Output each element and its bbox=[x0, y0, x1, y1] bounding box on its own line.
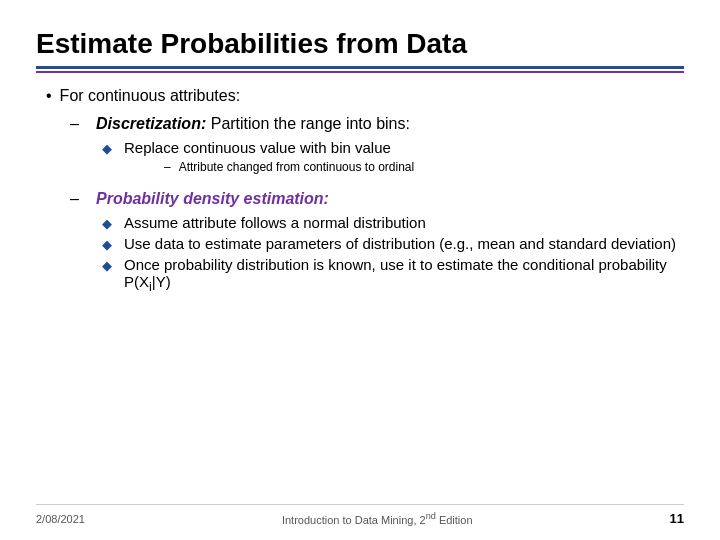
label-italic-purple: Probability density estimation: bbox=[96, 190, 329, 207]
diamond-text-2b: Use data to estimate parameters of distr… bbox=[124, 235, 676, 252]
section-dash-item: – Discretization: Partition the range in… bbox=[70, 115, 684, 133]
label-italic: Discretization: bbox=[96, 115, 206, 132]
diamond-text-1: Replace continuous value with bin value bbox=[124, 139, 391, 156]
diamond-icon-2c: ◆ bbox=[102, 258, 116, 273]
underline-purple bbox=[36, 71, 684, 73]
diamond-icon-2a: ◆ bbox=[102, 216, 116, 231]
diamond-text-2c: Once probability distribution is known, … bbox=[124, 256, 684, 294]
diamond-item-2c: ◆ Once probability distribution is known… bbox=[102, 256, 684, 294]
dash-symbol: – bbox=[70, 115, 86, 133]
slide-title: Estimate Probabilities from Data bbox=[36, 28, 684, 60]
diamond-text-2a: Assume attribute follows a normal distri… bbox=[124, 214, 426, 231]
underline-blue bbox=[36, 66, 684, 69]
label-rest: Partition the range into bins: bbox=[211, 115, 410, 132]
slide-content: • For continuous attributes: – Discretiz… bbox=[36, 87, 684, 294]
section-label: Discretization: Partition the range into… bbox=[96, 115, 410, 133]
slide: Estimate Probabilities from Data • For c… bbox=[0, 0, 720, 540]
footer-center-text: Introduction to Data Mining, 2nd Edition bbox=[282, 511, 473, 526]
diamond-icon-2b: ◆ bbox=[102, 237, 116, 252]
sub-dash-symbol: – bbox=[164, 160, 171, 174]
section-discretization: – Discretization: Partition the range in… bbox=[70, 115, 684, 180]
footer-date: 2/08/2021 bbox=[36, 513, 85, 525]
sub-dash-item-1: – Attribute changed from continuous to o… bbox=[164, 160, 414, 174]
diamond-item-2a: ◆ Assume attribute follows a normal dist… bbox=[102, 214, 684, 231]
main-bullet: • For continuous attributes: bbox=[46, 87, 684, 105]
main-bullet-text: For continuous attributes: bbox=[60, 87, 241, 105]
diamond-list-1: ◆ Replace continuous value with bin valu… bbox=[102, 139, 684, 180]
diamond-item-1: ◆ Replace continuous value with bin valu… bbox=[102, 139, 684, 180]
section-dash-item-2: – Probability density estimation: bbox=[70, 190, 684, 208]
dash-symbol-2: – bbox=[70, 190, 86, 208]
diamond-icon: ◆ bbox=[102, 141, 116, 156]
bullet-dot: • bbox=[46, 87, 52, 105]
slide-footer: 2/08/2021 Introduction to Data Mining, 2… bbox=[36, 504, 684, 526]
diamond-item-2b: ◆ Use data to estimate parameters of dis… bbox=[102, 235, 684, 252]
sub-dash-text: Attribute changed from continuous to ord… bbox=[179, 160, 414, 174]
footer-page-number: 11 bbox=[670, 511, 684, 526]
section-label-2: Probability density estimation: bbox=[96, 190, 329, 208]
sub-dash-list-1: – Attribute changed from continuous to o… bbox=[164, 160, 414, 174]
diamond-list-2: ◆ Assume attribute follows a normal dist… bbox=[102, 214, 684, 294]
section-probability: – Probability density estimation: ◆ Assu… bbox=[70, 190, 684, 294]
